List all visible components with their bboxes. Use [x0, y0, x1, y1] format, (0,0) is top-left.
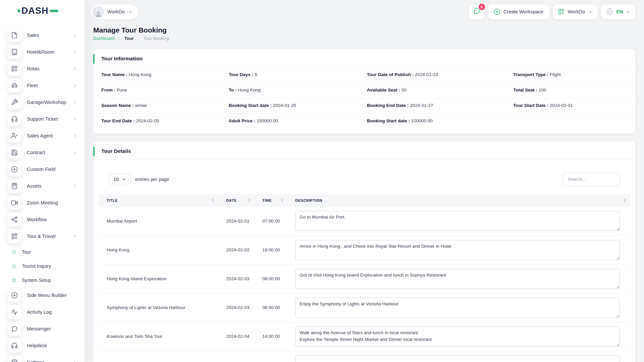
info-field-tour-days: Tour Days : 5 [221, 72, 359, 78]
chevron-down-icon [626, 10, 630, 14]
sort-icon[interactable] [212, 199, 214, 202]
entries-per-page-select[interactable]: 10 [109, 173, 131, 185]
info-field-available-seat: Available Seat : 50 [359, 87, 505, 94]
sort-icon[interactable] [624, 199, 626, 202]
column-header-time[interactable]: TIME [254, 194, 287, 207]
sidebar-item-side-menu-builder[interactable]: Side Menu Builder [7, 288, 77, 302]
sidebar-item-support-ticket[interactable]: Support Ticket [7, 112, 77, 126]
chevron-right-icon [73, 67, 77, 71]
sidebar-item-label: Workflow [27, 217, 77, 222]
cell-date: 2024-02-03 [218, 264, 254, 293]
wrench-icon [7, 95, 21, 109]
video-icon [7, 196, 21, 210]
sidebar-item-activity-log[interactable]: Activity Log [7, 305, 77, 319]
description-textarea[interactable] [295, 269, 620, 289]
sidebar-item-sales[interactable]: Sales [7, 28, 77, 42]
sidebar-item-workflow[interactable]: Workflow [7, 213, 77, 227]
chevron-down-icon [122, 177, 126, 181]
sidebar-item-label: Sales Agent [27, 133, 73, 138]
create-workspace-button[interactable]: Create Workspace [488, 4, 550, 19]
breadcrumb-item-dashboard[interactable]: Dashboard [93, 36, 115, 41]
sidebar-item-rotas[interactable]: Rotas [7, 62, 77, 76]
info-field-tour-name: Tour Name : Hong Kong [93, 72, 221, 78]
sidebar-subitem-tour[interactable]: Tour [7, 246, 77, 258]
language-selector[interactable]: EN [601, 4, 635, 19]
message-icon [7, 322, 21, 336]
sidebar-item-label: Helpdesk [27, 343, 77, 348]
sidebar-item-fleet[interactable]: Fleet [7, 78, 77, 93]
accent-bar [93, 146, 95, 157]
notification-badge: 0 [479, 4, 485, 10]
description-textarea[interactable] [295, 355, 620, 362]
tour-info-row: Season Name : winterBooking Start date :… [93, 98, 635, 114]
tour-information-title: Tour Information [101, 56, 143, 62]
info-field-total-seat: Total Seat : 100 [505, 87, 635, 94]
cell-title: Hong Kong Island Exploration [99, 264, 218, 293]
breadcrumb: DashboardTourTour Booking [93, 36, 635, 41]
chevron-down-icon [588, 10, 593, 14]
tour-details-table: TITLEDATETIMEDESCRIPTION Mumbai Airport2… [99, 194, 630, 362]
column-header-title[interactable]: TITLE [99, 194, 218, 207]
sidebar-subitem-system-setup[interactable]: System Setup [7, 274, 77, 286]
logo-bar-shape [50, 10, 58, 12]
chevron-right-icon [137, 37, 141, 40]
brand-logo[interactable]: DASH [0, 0, 85, 21]
column-header-description[interactable]: DESCRIPTION [287, 194, 630, 207]
sidebar-item-tour-travel[interactable]: Tour & Travel [7, 229, 77, 243]
search-input[interactable] [563, 173, 620, 186]
table-row: Symphony of Lights at Victoria Harbour20… [99, 293, 630, 322]
sidebar-item-label: Assets [27, 183, 73, 189]
sort-icon[interactable] [248, 199, 250, 202]
sidebar-item-contract[interactable]: Contract [7, 145, 77, 160]
chevron-right-icon [73, 33, 77, 38]
tour-information-card: Tour Information Tour Name : Hong KongTo… [93, 49, 635, 133]
chevron-right-icon [73, 150, 77, 155]
logo-dot-shape [17, 9, 20, 12]
sidebar-item-garage-workshop[interactable]: Garage/Workshop [7, 95, 77, 109]
tour-details-table-wrap: TITLEDATETIMEDESCRIPTION Mumbai Airport2… [99, 194, 630, 362]
sidebar-item-assets[interactable]: Assets [7, 179, 77, 193]
page-content: Manage Tour Booking DashboardTourTour Bo… [85, 21, 644, 362]
chevron-down-icon [73, 234, 77, 239]
sidebar-item-settings[interactable]: Settings [7, 355, 77, 362]
grid-plus-icon [558, 8, 565, 15]
logo-text: DASH [21, 6, 49, 16]
tour-details-title: Tour Details [101, 148, 131, 154]
sidebar-subitem-label: Tour [22, 249, 31, 255]
plus-circle-icon [7, 162, 21, 176]
building-icon [7, 45, 21, 59]
description-textarea[interactable] [295, 298, 620, 318]
cell-title: Symphony of Lights at Victoria Harbour [99, 293, 218, 322]
sidebar-item-sales-agent[interactable]: Sales Agent [7, 129, 77, 143]
sidebar-subitem-tourist-inquiry[interactable]: Tourist Inquiry [7, 260, 77, 272]
car-icon [7, 78, 21, 93]
description-textarea[interactable] [295, 240, 620, 260]
headphones-icon [7, 112, 21, 126]
cell-time: 06:00:00 [254, 293, 287, 322]
chevron-right-icon [73, 134, 77, 138]
sidebar-item-label: Rotas [27, 66, 73, 71]
cell-description [287, 322, 630, 351]
chevron-right-icon [118, 37, 121, 40]
description-textarea[interactable] [295, 211, 620, 231]
column-header-date[interactable]: DATE [218, 194, 254, 207]
sidebar: DASH SalesHotel&RoomRotasFleetGarage/Wor… [0, 0, 85, 362]
circle-icon [12, 264, 16, 268]
cell-title: Kowloon and Tsim Sha Tsui [99, 322, 218, 351]
workspace-pill[interactable]: WorkDo [91, 4, 138, 19]
table-row [99, 351, 630, 362]
sidebar-item-label: Activity Log [27, 309, 77, 315]
breadcrumb-item-tour: Tour [124, 36, 134, 41]
sidebar-item-helpdesk[interactable]: Helpdesk [7, 339, 77, 353]
sidebar-item-zoom-meeting[interactable]: Zoom Meeting [7, 196, 77, 210]
sidebar-item-custom-field[interactable]: Custom Field [7, 162, 77, 176]
sidebar-item-messenger[interactable]: Messenger [7, 322, 77, 336]
app-root: DASH SalesHotel&RoomRotasFleetGarage/Wor… [0, 0, 644, 362]
info-field-to: To : Hong Kong [221, 87, 359, 94]
messages-button[interactable]: 0 [469, 4, 484, 19]
workspace-switcher[interactable]: WorkDo [553, 4, 597, 19]
sort-icon[interactable] [281, 199, 283, 202]
description-textarea[interactable] [295, 326, 620, 347]
sidebar-item-hotel-room[interactable]: Hotel&Room [7, 45, 77, 59]
cell-title: Hong Kong [99, 236, 218, 264]
